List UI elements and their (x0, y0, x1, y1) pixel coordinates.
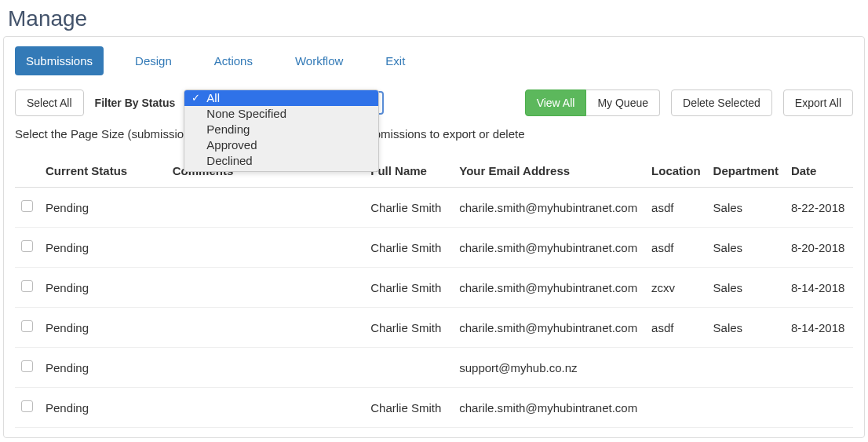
cell-location (645, 348, 707, 388)
status-option-none-specified[interactable]: None Specified (184, 106, 378, 122)
row-select-checkbox[interactable] (21, 280, 33, 292)
cell-status: Pending (39, 188, 166, 228)
filter-by-status-label: Filter By Status (95, 97, 176, 109)
cell-department: Sales (707, 308, 785, 348)
export-all-button[interactable]: Export All (783, 89, 853, 116)
cell-comments (166, 228, 365, 268)
cell-status: Pending (39, 228, 166, 268)
cell-comments (166, 308, 365, 348)
status-filter[interactable]: ▲▼ All None Specified Pending Approved D… (186, 91, 384, 115)
status-option-declined[interactable]: Declined (184, 153, 378, 169)
table-row: PendingCharlie Smithcharile.smith@myhubi… (15, 388, 853, 428)
col-select (15, 156, 39, 188)
cell-location: asdf (645, 308, 707, 348)
view-toggle-group: View All My Queue (525, 89, 660, 116)
row-select-checkbox[interactable] (21, 240, 33, 252)
table-row: PendingCharlie Smithcharile.smith@myhubi… (15, 308, 853, 348)
cell-date: 8-20-2018 (785, 228, 853, 268)
cell-department (707, 388, 785, 428)
cell-date: 8-14-2018 (785, 268, 853, 308)
cell-location: asdf (645, 228, 707, 268)
status-option-all[interactable]: All (184, 90, 378, 106)
tab-submissions[interactable]: Submissions (15, 46, 104, 75)
cell-location (645, 388, 707, 428)
my-queue-button[interactable]: My Queue (586, 89, 660, 116)
cell-comments (166, 268, 365, 308)
cell-name (364, 348, 453, 388)
cell-department: Sales (707, 188, 785, 228)
page-hint: Select the Page Size (submissions per pa… (15, 127, 853, 141)
cell-comments (166, 188, 365, 228)
status-option-approved[interactable]: Approved (184, 137, 378, 153)
cell-date: 8-14-2018 (785, 308, 853, 348)
page-title: Manage (8, 6, 865, 31)
manage-panel: Submissions Design Actions Workflow Exit… (3, 36, 865, 438)
row-select-checkbox[interactable] (21, 320, 33, 332)
tab-actions[interactable]: Actions (203, 46, 264, 75)
tab-design[interactable]: Design (124, 46, 183, 75)
row-select-checkbox[interactable] (21, 400, 33, 412)
cell-email: charile.smith@myhubintranet.com (453, 308, 645, 348)
cell-comments (166, 388, 365, 428)
cell-email: support@myhub.co.nz (453, 348, 645, 388)
table-row: PendingCharlie Smithcharile.smith@myhubi… (15, 268, 853, 308)
cell-date: 8-22-2018 (785, 188, 853, 228)
submissions-table: Current Status Comments Full Name Your E… (15, 156, 853, 428)
tabs: Submissions Design Actions Workflow Exit (15, 46, 853, 75)
cell-comments (166, 348, 365, 388)
status-filter-dropdown: All None Specified Pending Approved Decl… (184, 89, 379, 172)
cell-status: Pending (39, 388, 166, 428)
cell-department: Sales (707, 268, 785, 308)
col-location: Location (645, 156, 707, 188)
col-email: Your Email Address (453, 156, 645, 188)
col-status: Current Status (39, 156, 166, 188)
table-row: PendingCharlie Smithcharile.smith@myhubi… (15, 228, 853, 268)
cell-name: Charlie Smith (364, 308, 453, 348)
select-all-button[interactable]: Select All (15, 89, 84, 116)
col-department: Department (707, 156, 785, 188)
cell-location: zcxv (645, 268, 707, 308)
table-row: PendingCharlie Smithcharile.smith@myhubi… (15, 188, 853, 228)
cell-email: charile.smith@myhubintranet.com (453, 188, 645, 228)
col-date: Date (785, 156, 853, 188)
cell-email: charile.smith@myhubintranet.com (453, 268, 645, 308)
cell-name: Charlie Smith (364, 388, 453, 428)
table-row: Pendingsupport@myhub.co.nz (15, 348, 853, 388)
cell-name: Charlie Smith (364, 228, 453, 268)
cell-status: Pending (39, 308, 166, 348)
row-select-checkbox[interactable] (21, 360, 33, 372)
view-all-button[interactable]: View All (525, 89, 587, 116)
cell-name: Charlie Smith (364, 188, 453, 228)
cell-location: asdf (645, 188, 707, 228)
delete-selected-button[interactable]: Delete Selected (671, 89, 772, 116)
cell-department: Sales (707, 228, 785, 268)
row-select-checkbox[interactable] (21, 200, 33, 212)
cell-email: charile.smith@myhubintranet.com (453, 388, 645, 428)
cell-name: Charlie Smith (364, 268, 453, 308)
cell-date (785, 348, 853, 388)
status-option-pending[interactable]: Pending (184, 122, 378, 137)
cell-status: Pending (39, 268, 166, 308)
tab-workflow[interactable]: Workflow (284, 46, 354, 75)
cell-status: Pending (39, 348, 166, 388)
cell-department (707, 348, 785, 388)
cell-email: charile.smith@myhubintranet.com (453, 228, 645, 268)
tab-exit[interactable]: Exit (374, 46, 416, 75)
cell-date (785, 388, 853, 428)
toolbar: Select All Filter By Status ▲▼ All None … (15, 89, 853, 116)
